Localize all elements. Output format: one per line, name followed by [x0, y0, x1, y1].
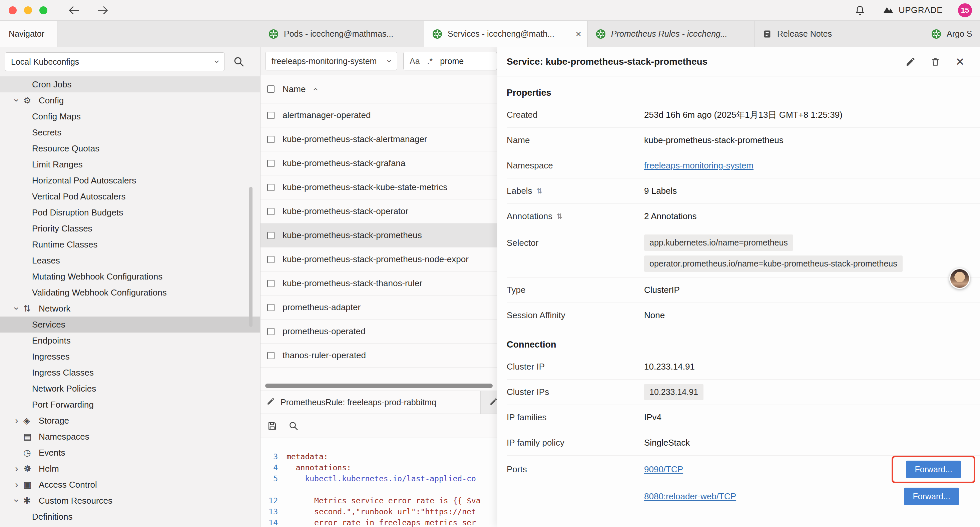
sidebar-item[interactable]: › ⚙ Config	[0, 92, 260, 108]
table-row[interactable]: kube-prometheus-stack-prometheus	[261, 223, 497, 247]
kubeconfig-selector[interactable]: Local Kubeconfigs ›	[5, 53, 225, 71]
sidebar-item[interactable]: › Network Policies	[0, 381, 260, 396]
tab-close-icon[interactable]: ×	[571, 29, 581, 40]
sidebar-item-label: Validating Webhook Configurations	[32, 288, 167, 298]
sidebar-item[interactable]: › Services	[0, 317, 260, 333]
sidebar-item[interactable]: › Priority Classes	[0, 220, 260, 236]
expander-chevron-icon[interactable]: ›	[11, 302, 22, 315]
tab-services[interactable]: Services - icecheng@math... ×	[424, 21, 588, 47]
sidebar-item[interactable]: › Runtime Classes	[0, 236, 260, 253]
table-row[interactable]: kube-prometheus-stack-operator	[261, 199, 497, 223]
match-case-toggle[interactable]: Aa	[410, 56, 420, 66]
sidebar-search-icon[interactable]	[231, 54, 246, 69]
sidebar-item[interactable]: › Cron Jobs	[0, 76, 260, 92]
table-row[interactable]: prometheus-operated	[261, 320, 497, 344]
port-link[interactable]: 9090/TCP	[644, 464, 683, 474]
namespace-filter-selector[interactable]: freeleaps-monitoring-system ›	[265, 52, 397, 70]
sidebar-item[interactable]: › ◈ Storage	[0, 412, 260, 428]
table-row[interactable]: kube-prometheus-stack-alertmanager	[261, 127, 497, 151]
sidebar-item[interactable]: › ⇅ Network	[0, 301, 260, 317]
expand-collapse-icon[interactable]: ⇅	[536, 187, 542, 196]
forward-button[interactable]	[95, 3, 110, 18]
row-checkbox[interactable]	[267, 136, 275, 143]
sidebar-item[interactable]: › Config Maps	[0, 108, 260, 124]
sidebar-item[interactable]: › Endpoints	[0, 333, 260, 349]
sidebar-scrollbar[interactable]	[249, 187, 253, 327]
expander-chevron-icon[interactable]: ›	[10, 463, 23, 474]
close-icon[interactable]: ×	[953, 54, 967, 69]
sidebar-item[interactable]: › ▣ Access Control	[0, 477, 260, 493]
sidebar-item[interactable]: › ✱ Custom Resources	[0, 493, 260, 509]
row-checkbox[interactable]	[267, 112, 275, 119]
table-row[interactable]: thanos-ruler-operated	[261, 344, 497, 368]
sidebar-item[interactable]: › Pod Disruption Budgets	[0, 204, 260, 220]
table-row[interactable]: kube-prometheus-stack-kube-state-metrics	[261, 175, 497, 199]
row-checkbox[interactable]	[267, 256, 275, 263]
sidebar-item[interactable]: › Vertical Pod Autoscalers	[0, 188, 260, 204]
table-row[interactable]: kube-prometheus-stack-thanos-ruler	[261, 272, 497, 296]
name-column-header[interactable]: Name	[283, 84, 305, 94]
edit-pencil-icon[interactable]	[903, 54, 918, 69]
delete-trash-icon[interactable]	[928, 54, 943, 69]
table-row[interactable]: alertmanager-operated	[261, 103, 497, 127]
row-checkbox[interactable]	[267, 232, 275, 239]
tab-argo[interactable]: Argo S	[923, 21, 980, 47]
tab-prometheus-rules[interactable]: Prometheus Rules - icecheng...	[588, 21, 754, 47]
row-checkbox[interactable]	[267, 208, 275, 215]
editor-tab-partial[interactable]	[487, 391, 498, 414]
sidebar-item[interactable]: › Port Forwarding	[0, 396, 260, 412]
editor-search-icon[interactable]	[288, 421, 299, 431]
notification-count-badge[interactable]: 15	[958, 3, 972, 18]
port-link[interactable]: 8080:reloader-web/TCP	[644, 491, 736, 502]
expander-chevron-icon[interactable]: ›	[11, 94, 22, 107]
tab-pods[interactable]: Pods - icecheng@mathmas...	[261, 21, 424, 47]
tab-release-notes[interactable]: Release Notes	[754, 21, 923, 47]
sidebar-item-label: Leases	[32, 255, 60, 266]
minimize-window-button[interactable]	[24, 6, 32, 14]
expander-chevron-icon[interactable]: ›	[10, 479, 23, 490]
editor-tab-prometheusrule[interactable]: PrometheusRule: freeleaps-prod-rabbitmq	[261, 391, 480, 414]
sort-ascending-icon[interactable]: ›	[310, 88, 320, 91]
expander-chevron-icon[interactable]: ›	[11, 494, 22, 507]
sidebar-item[interactable]: › Ingress Classes	[0, 365, 260, 381]
port-forward-button[interactable]: Forward...	[904, 488, 959, 505]
select-all-checkbox[interactable]	[267, 85, 275, 93]
sidebar-item[interactable]: › Validating Webhook Configurations	[0, 285, 260, 301]
yaml-editor[interactable]: 3 metadata: 4 annotations: 5 kubectl.kub…	[261, 438, 497, 527]
row-checkbox[interactable]	[267, 160, 275, 167]
table-row[interactable]: prometheus-adapter	[261, 296, 497, 320]
regex-toggle[interactable]: .*	[427, 56, 433, 66]
sidebar-item[interactable]: › ◷ Events	[0, 444, 260, 461]
table-row[interactable]: kube-prometheus-stack-grafana	[261, 151, 497, 175]
sidebar-item[interactable]: › Limit Ranges	[0, 156, 260, 172]
namespace-link[interactable]: freeleaps-monitoring-system	[644, 161, 754, 171]
upgrade-button[interactable]: UPGRADE	[883, 4, 943, 16]
back-button[interactable]	[67, 3, 81, 18]
sidebar-item[interactable]: › Leases	[0, 253, 260, 269]
port-forward-button[interactable]: Forward...	[906, 461, 961, 478]
sidebar-item[interactable]: › Resource Quotas	[0, 140, 260, 156]
zoom-window-button[interactable]	[39, 6, 48, 14]
search-input[interactable]: Aa .* prome	[403, 52, 497, 70]
horizontal-scrollbar[interactable]	[265, 384, 493, 388]
sidebar-item[interactable]: › Secrets	[0, 124, 260, 140]
user-avatar[interactable]	[949, 268, 970, 289]
row-checkbox[interactable]	[267, 304, 275, 311]
sidebar-item[interactable]: › ▤ Namespaces	[0, 428, 260, 444]
navigator-tab[interactable]: Navigator	[0, 21, 57, 47]
close-window-button[interactable]	[9, 6, 17, 14]
row-checkbox[interactable]	[267, 328, 275, 335]
notifications-bell-icon[interactable]	[853, 3, 867, 18]
row-checkbox[interactable]	[267, 184, 275, 191]
sidebar-item[interactable]: › ☸ Helm	[0, 461, 260, 477]
expander-chevron-icon[interactable]: ›	[10, 415, 23, 426]
row-checkbox[interactable]	[267, 352, 275, 359]
expand-collapse-icon[interactable]: ⇅	[556, 212, 562, 221]
save-icon[interactable]	[267, 421, 277, 431]
sidebar-item[interactable]: › Ingresses	[0, 349, 260, 365]
row-checkbox[interactable]	[267, 280, 275, 287]
sidebar-item[interactable]: › Definitions	[0, 509, 260, 525]
sidebar-item[interactable]: › Horizontal Pod Autoscalers	[0, 172, 260, 188]
table-row[interactable]: kube-prometheus-stack-prometheus-node-ex…	[261, 247, 497, 272]
sidebar-item[interactable]: › Mutating Webhook Configurations	[0, 269, 260, 285]
